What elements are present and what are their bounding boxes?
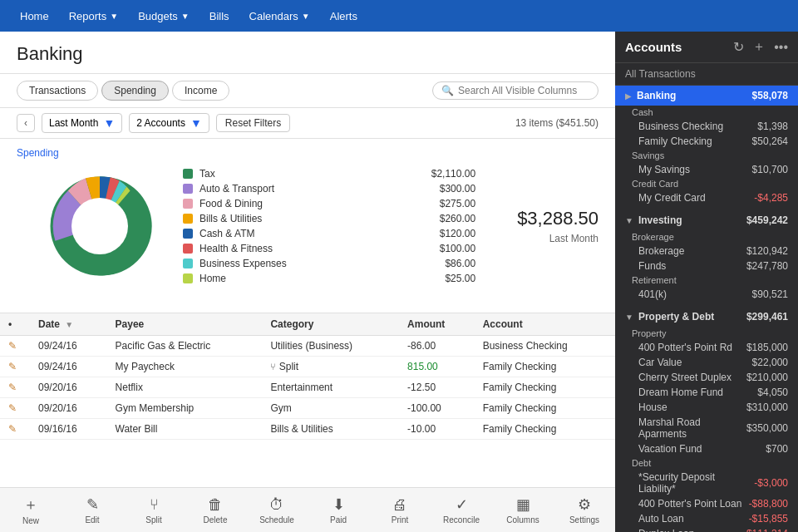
- sidebar-investing[interactable]: ▼ Investing $459,242: [615, 210, 798, 230]
- sidebar-potters-point[interactable]: 400 Potter's Point Rd $185,000: [615, 340, 798, 355]
- table-row[interactable]: ✎ 09/24/16 Pacific Gas & Electric Utilit…: [0, 336, 615, 357]
- reconcile-icon: ✓: [456, 495, 468, 514]
- split-category-icon: ⑂: [270, 362, 276, 372]
- sidebar-marshal-road[interactable]: Marshal Road Aparments $350,000: [615, 415, 798, 441]
- sidebar-dream-home[interactable]: Dream Home Fund $4,050: [615, 385, 798, 400]
- sidebar-duplex-loan[interactable]: Duplex Loan -$111,314: [615, 526, 798, 532]
- total-box: $3,288.50 Last Month: [500, 147, 598, 304]
- search-box[interactable]: 🔍: [432, 81, 598, 100]
- toolbar-split[interactable]: ⑂ Split: [123, 491, 185, 529]
- toolbar-columns[interactable]: ▦ Columns: [492, 491, 554, 529]
- sidebar-more-icon[interactable]: •••: [774, 40, 788, 55]
- col-account[interactable]: Account: [475, 313, 615, 336]
- sidebar-brokerage-subgroup: Brokerage: [615, 230, 798, 244]
- sidebar-brokerage[interactable]: Brokerage $120,942: [615, 244, 798, 259]
- sidebar-debt-subgroup: Debt: [615, 456, 798, 470]
- toolbar-new[interactable]: ＋ New: [0, 491, 62, 529]
- col-payee[interactable]: Payee: [107, 313, 263, 336]
- sidebar-family-checking[interactable]: Family Checking $50,264: [615, 134, 798, 149]
- legend-color: [183, 214, 193, 224]
- split-icon: ⑂: [150, 496, 159, 514]
- table-row[interactable]: ✎ 09/16/16 Water Bill Bills & Utilities …: [0, 419, 615, 440]
- sidebar-vacation[interactable]: Vacation Fund $700: [615, 441, 798, 456]
- col-amount[interactable]: Amount: [399, 313, 475, 336]
- accounts-select[interactable]: 2 Accounts ▼: [129, 113, 209, 133]
- toolbar-paid[interactable]: ⬇ Paid: [308, 491, 369, 529]
- legend-item: Auto & Transport $300.00: [183, 183, 475, 195]
- sidebar-banking[interactable]: ▶ Banking $58,078: [615, 86, 798, 106]
- nav-calendars[interactable]: Calendars▼: [239, 0, 320, 32]
- legend-color: [183, 169, 193, 179]
- sidebar-auto-loan[interactable]: Auto Loan -$15,855: [615, 511, 798, 526]
- row-category: ⑂ Split: [262, 357, 399, 377]
- transactions-table[interactable]: • Date ▼ Payee Category Amount Account ✎…: [0, 313, 615, 487]
- legend-color: [183, 259, 193, 268]
- search-icon: 🔍: [441, 85, 454, 96]
- row-edit-icon[interactable]: ✎: [0, 357, 30, 377]
- row-edit-icon[interactable]: ✎: [0, 419, 30, 440]
- sidebar-security-deposit[interactable]: *Security Deposit Liability* -$3,000: [615, 470, 798, 496]
- nav-reports[interactable]: Reports▼: [59, 0, 128, 32]
- sidebar-cherry-duplex[interactable]: Cherry Street Duplex $210,000: [615, 370, 798, 385]
- sidebar-refresh-icon[interactable]: ↻: [733, 39, 744, 55]
- svg-point-1: [71, 198, 128, 254]
- nav-alerts[interactable]: Alerts: [320, 0, 367, 32]
- row-account: Family Checking: [475, 419, 615, 440]
- legend-item: Tax $2,110.00: [183, 168, 475, 180]
- transactions-data-table: • Date ▼ Payee Category Amount Account ✎…: [0, 313, 615, 440]
- right-sidebar: Accounts ↻ ＋ ••• All Transactions ▶ Bank…: [615, 32, 798, 532]
- sidebar-business-checking[interactable]: Business Checking $1,398: [615, 119, 798, 134]
- sidebar-add-icon[interactable]: ＋: [752, 38, 766, 56]
- toolbar-edit[interactable]: ✎ Edit: [62, 491, 123, 529]
- sidebar-my-credit-card[interactable]: My Credit Card -$4,285: [615, 190, 798, 205]
- period-back-button[interactable]: ‹: [17, 114, 35, 132]
- tab-spending[interactable]: Spending: [101, 81, 169, 101]
- spending-label: Spending: [17, 147, 59, 159]
- sidebar-house[interactable]: House $310,000: [615, 400, 798, 415]
- banking-amount: $58,078: [752, 90, 788, 101]
- investing-arrow: ▼: [625, 216, 633, 225]
- col-date[interactable]: Date ▼: [30, 313, 107, 336]
- nav-budgets[interactable]: Budgets▼: [128, 0, 200, 32]
- sidebar-property-debt[interactable]: ▼ Property & Debt $299,461: [615, 307, 798, 327]
- row-edit-icon[interactable]: ✎: [0, 336, 30, 357]
- legend-color: [183, 199, 193, 209]
- nav-bills[interactable]: Bills: [200, 0, 239, 32]
- accounts-select-arrow: ▼: [190, 116, 202, 130]
- top-nav: Home Reports▼ Budgets▼ Bills Calendars▼ …: [0, 0, 798, 32]
- toolbar-reconcile[interactable]: ✓ Reconcile: [431, 491, 492, 529]
- schedule-icon: ⏱: [269, 496, 284, 514]
- sidebar-potters-loan[interactable]: 400 Potter's Point Loan -$88,800: [615, 496, 798, 511]
- legend-color: [183, 273, 193, 283]
- banking-arrow: ▶: [625, 91, 632, 101]
- period-select[interactable]: Last Month ▼: [42, 113, 122, 133]
- toolbar-delete[interactable]: 🗑 Delete: [185, 491, 246, 529]
- search-input[interactable]: [458, 85, 589, 96]
- columns-icon: ▦: [516, 495, 530, 514]
- table-row[interactable]: ✎ 09/24/16 My Paycheck ⑂ Split 815.00 Fa…: [0, 357, 615, 377]
- settings-icon: ⚙: [578, 495, 591, 514]
- nav-home[interactable]: Home: [10, 0, 59, 32]
- legend-item: Home $25.00: [183, 273, 475, 284]
- table-row[interactable]: ✎ 09/20/16 Netflix Entertainment -12.50 …: [0, 377, 615, 398]
- tab-transactions[interactable]: Transactions: [17, 81, 98, 101]
- sidebar-401k[interactable]: 401(k) $90,521: [615, 287, 798, 302]
- reset-filters-button[interactable]: Reset Filters: [216, 114, 290, 132]
- row-payee: My Paycheck: [107, 357, 263, 377]
- toolbar-schedule[interactable]: ⏱ Schedule: [246, 491, 308, 529]
- table-row[interactable]: ✎ 09/20/16 Gym Membership Gym -100.00 Fa…: [0, 398, 615, 419]
- tab-income[interactable]: Income: [172, 81, 229, 101]
- toolbar-print[interactable]: 🖨 Print: [369, 491, 431, 529]
- row-date: 09/24/16: [30, 336, 107, 357]
- sidebar-car-value[interactable]: Car Value $22,000: [615, 355, 798, 370]
- row-edit-icon[interactable]: ✎: [0, 398, 30, 419]
- sidebar-retirement-subgroup: Retirement: [615, 273, 798, 287]
- period-select-arrow: ▼: [103, 116, 115, 130]
- sidebar-my-savings[interactable]: My Savings $10,700: [615, 162, 798, 177]
- sidebar-all-transactions[interactable]: All Transactions: [615, 63, 798, 86]
- col-category[interactable]: Category: [262, 313, 399, 336]
- row-edit-icon[interactable]: ✎: [0, 377, 30, 398]
- sidebar-funds[interactable]: Funds $247,780: [615, 259, 798, 273]
- total-amount: $3,288.50: [517, 208, 598, 229]
- toolbar-settings[interactable]: ⚙ Settings: [554, 491, 615, 529]
